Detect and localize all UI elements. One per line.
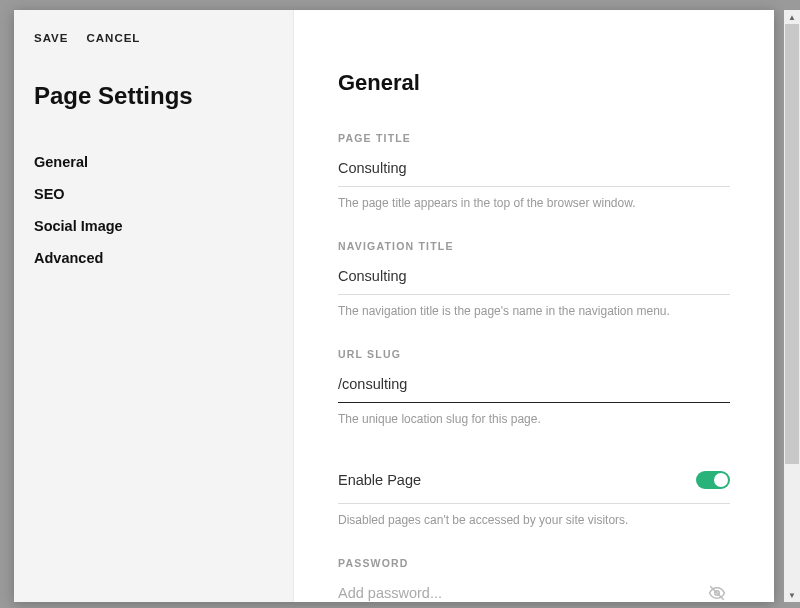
- url-slug-help: The unique location slug for this page.: [338, 411, 730, 428]
- sidebar-title: Page Settings: [34, 82, 267, 110]
- scrollbar-thumb[interactable]: [785, 24, 799, 464]
- enable-page-help: Disabled pages can't be accessed by your…: [338, 512, 730, 529]
- enable-page-toggle[interactable]: [696, 471, 730, 489]
- url-slug-field-group: URL SLUG The unique location slug for th…: [338, 348, 730, 428]
- sidebar: SAVE CANCEL Page Settings General SEO So…: [14, 10, 294, 602]
- main-panel: General PAGE TITLE The page title appear…: [294, 10, 774, 602]
- sidebar-nav: General SEO Social Image Advanced: [34, 146, 267, 274]
- toggle-knob: [714, 473, 728, 487]
- enable-page-row: Enable Page: [338, 463, 730, 504]
- page-title-help: The page title appears in the top of the…: [338, 195, 730, 212]
- nav-title-label: NAVIGATION TITLE: [338, 240, 730, 252]
- nav-title-help: The navigation title is the page's name …: [338, 303, 730, 320]
- url-slug-input[interactable]: [338, 370, 730, 403]
- scroll-down-icon[interactable]: ▼: [784, 588, 800, 602]
- password-field-group: PASSWORD A password is required to see t…: [338, 557, 730, 602]
- cancel-button[interactable]: CANCEL: [86, 32, 140, 44]
- sidebar-item-advanced[interactable]: Advanced: [34, 242, 267, 274]
- scroll-up-icon[interactable]: ▲: [784, 10, 800, 24]
- page-title-input[interactable]: [338, 154, 730, 187]
- nav-title-field-group: NAVIGATION TITLE The navigation title is…: [338, 240, 730, 320]
- sidebar-item-general[interactable]: General: [34, 146, 267, 178]
- password-label: PASSWORD: [338, 557, 730, 569]
- page-title-field-group: PAGE TITLE The page title appears in the…: [338, 132, 730, 212]
- page-settings-modal: SAVE CANCEL Page Settings General SEO So…: [14, 10, 774, 602]
- password-row: [338, 579, 730, 602]
- url-slug-label: URL SLUG: [338, 348, 730, 360]
- enable-page-label: Enable Page: [338, 472, 421, 488]
- scrollbar-track[interactable]: ▲ ▼: [784, 10, 800, 602]
- sidebar-item-seo[interactable]: SEO: [34, 178, 267, 210]
- password-input[interactable]: [338, 579, 704, 602]
- topbar: SAVE CANCEL: [34, 32, 267, 44]
- page-title-label: PAGE TITLE: [338, 132, 730, 144]
- sidebar-item-social-image[interactable]: Social Image: [34, 210, 267, 242]
- enable-page-field-group: Enable Page Disabled pages can't be acce…: [338, 463, 730, 529]
- save-button[interactable]: SAVE: [34, 32, 68, 44]
- nav-title-input[interactable]: [338, 262, 730, 295]
- section-heading: General: [338, 70, 730, 96]
- visibility-off-icon[interactable]: [704, 580, 730, 602]
